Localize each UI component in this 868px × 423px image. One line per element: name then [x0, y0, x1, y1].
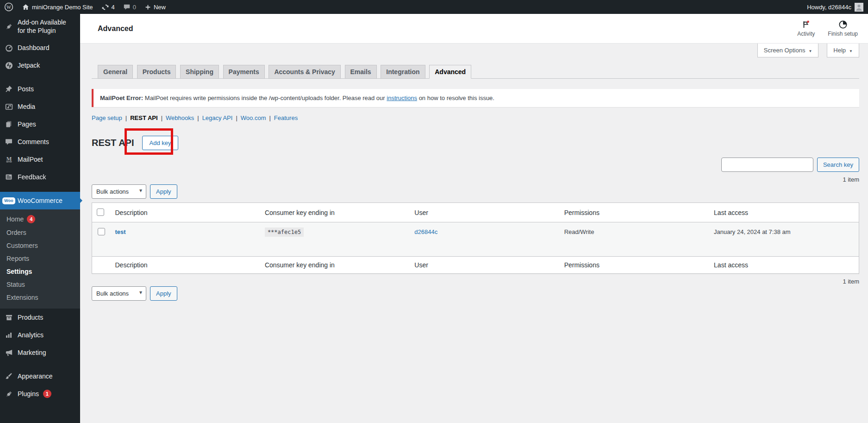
sidebar-item-comments[interactable]: Comments: [0, 133, 80, 151]
item-count-bottom: 1 item: [92, 278, 859, 285]
submenu-item-settings[interactable]: Settings: [0, 265, 80, 278]
submenu-item-home[interactable]: Home 4: [0, 212, 80, 226]
tab-integration[interactable]: Integration: [381, 65, 425, 79]
row-checkbox[interactable]: [98, 228, 105, 235]
site-name-label: miniOrange Demo Site: [32, 4, 93, 11]
search-key-button[interactable]: Search key: [817, 158, 859, 172]
subnav-webhooks[interactable]: Webhooks: [158, 114, 194, 121]
site-name-link[interactable]: miniOrange Demo Site: [18, 0, 97, 14]
menu-separator: [0, 186, 80, 192]
sidebar-item-dashboard[interactable]: Dashboard: [0, 39, 80, 57]
submenu-item-extensions[interactable]: Extensions: [0, 291, 80, 304]
instructions-link[interactable]: instructions: [387, 95, 417, 101]
apply-button-bottom[interactable]: Apply: [150, 286, 177, 301]
select-all-checkbox[interactable]: [97, 208, 104, 216]
pushpin-icon: [4, 84, 13, 94]
submenu-item-customers[interactable]: Customers: [0, 239, 80, 252]
chevron-down-icon: [849, 47, 853, 54]
bulk-actions-select-bottom[interactable]: Bulk actions: [92, 286, 146, 301]
screen-meta: Screen Options Help: [80, 44, 868, 57]
avatar: [855, 3, 863, 12]
howdy-text: Howdy, d26844c: [807, 4, 851, 11]
tab-payments[interactable]: Payments: [223, 65, 265, 79]
sidebar-item-plugins[interactable]: Plugins 1: [0, 385, 80, 403]
plugin-addon-icon: [4, 22, 13, 31]
plus-icon: [144, 4, 151, 11]
subnav-legacy-api[interactable]: Legacy API: [194, 114, 232, 121]
account-menu[interactable]: Howdy, d26844c: [807, 3, 868, 12]
notice-text: MailPoet requires write permissions insi…: [145, 95, 385, 101]
column-last-access: Last access: [709, 203, 859, 222]
bulk-actions-select[interactable]: Bulk actions: [92, 184, 146, 199]
column-permissions: Permissions: [560, 203, 709, 222]
sidebar-item-analytics[interactable]: Analytics: [0, 326, 80, 344]
comments-count: 0: [133, 4, 136, 11]
sidebar-item-marketing[interactable]: Marketing: [0, 344, 80, 361]
sidebar-item-appearance[interactable]: Appearance: [0, 367, 80, 385]
bulk-actions-select-wrap: Bulk actions: [92, 184, 146, 199]
sidebar-item-media[interactable]: Media: [0, 98, 80, 115]
progress-circle-icon: [838, 20, 848, 29]
new-content-link[interactable]: New: [140, 0, 170, 14]
finish-setup-button[interactable]: Finish setup: [828, 20, 858, 37]
admin-bar: W miniOrange Demo Site 4 0 New: [0, 0, 868, 14]
wordpress-logo-icon: W: [4, 2, 13, 12]
home-icon: [22, 3, 30, 11]
sidebar-item-pages[interactable]: Pages: [0, 115, 80, 133]
wordpress-menu[interactable]: W: [0, 0, 18, 14]
activity-button[interactable]: Activity: [797, 20, 815, 37]
column-consumer-key: Consumer key ending in: [260, 203, 410, 222]
notice-prefix: MailPoet Error:: [100, 95, 143, 101]
rest-api-heading: REST API: [92, 138, 134, 148]
sidebar-item-products[interactable]: Products: [0, 309, 80, 326]
subnav-page-setup[interactable]: Page setup: [92, 114, 122, 121]
submenu-item-reports[interactable]: Reports: [0, 252, 80, 265]
subnav-woo-com[interactable]: Woo.com: [232, 114, 266, 121]
sidebar-item-woocommerce[interactable]: Woo WooCommerce: [0, 192, 80, 209]
key-user-link[interactable]: d26844c: [414, 228, 437, 235]
updates-link[interactable]: 4: [97, 0, 119, 14]
search-key-input[interactable]: [721, 158, 813, 172]
tab-advanced[interactable]: Advanced: [429, 65, 471, 79]
apply-button[interactable]: Apply: [150, 184, 177, 199]
sidebar-item-label: Appearance: [18, 372, 53, 380]
tab-accounts-privacy[interactable]: Accounts & Privacy: [269, 65, 341, 79]
submenu-item-orders[interactable]: Orders: [0, 226, 80, 239]
sidebar-item-label: Add-on Available for the Plugin: [18, 18, 72, 35]
sidebar-item-label: Jetpack: [18, 61, 40, 69]
finish-setup-label: Finish setup: [828, 31, 858, 37]
tab-general[interactable]: General: [98, 65, 133, 79]
sidebar-item-feedback[interactable]: Feedback: [0, 168, 80, 186]
sidebar-item-posts[interactable]: Posts: [0, 80, 80, 98]
column-description: Description: [111, 257, 260, 274]
dashboard-icon: [4, 43, 13, 52]
rest-api-heading-row: REST API Add key: [92, 132, 859, 154]
settings-wrap: General Products Shipping Payments Accou…: [80, 65, 868, 301]
tab-emails[interactable]: Emails: [345, 65, 377, 79]
key-description-link[interactable]: test: [115, 228, 126, 235]
bulk-actions-bottom: Bulk actions Apply: [92, 286, 859, 301]
woocommerce-icon: Woo: [4, 196, 13, 205]
menu-separator: [0, 74, 80, 80]
pages-icon: [4, 120, 13, 129]
tab-products[interactable]: Products: [137, 65, 176, 79]
add-key-button[interactable]: Add key: [142, 136, 179, 150]
sidebar-item-label: Products: [18, 313, 43, 322]
sidebar-item-addon-available[interactable]: Add-on Available for the Plugin: [0, 14, 80, 39]
help-button[interactable]: Help: [827, 44, 859, 57]
screen-options-button[interactable]: Screen Options: [757, 44, 819, 57]
comments-link[interactable]: 0: [119, 0, 140, 14]
megaphone-icon: [4, 348, 13, 357]
sidebar-item-jetpack[interactable]: Jetpack: [0, 57, 80, 74]
tab-shipping[interactable]: Shipping: [180, 65, 219, 79]
column-description: Description: [111, 203, 260, 222]
paintbrush-icon: [4, 372, 13, 381]
submenu-item-status[interactable]: Status: [0, 278, 80, 291]
subnav-rest-api[interactable]: REST API: [122, 114, 158, 121]
plugins-badge: 1: [43, 390, 51, 398]
column-last-access: Last access: [709, 257, 859, 274]
subnav-features[interactable]: Features: [266, 114, 298, 121]
sidebar-item-mailpoet[interactable]: M MailPoet: [0, 151, 80, 168]
chevron-down-icon: [808, 47, 812, 54]
sidebar-item-label: Dashboard: [18, 44, 50, 52]
